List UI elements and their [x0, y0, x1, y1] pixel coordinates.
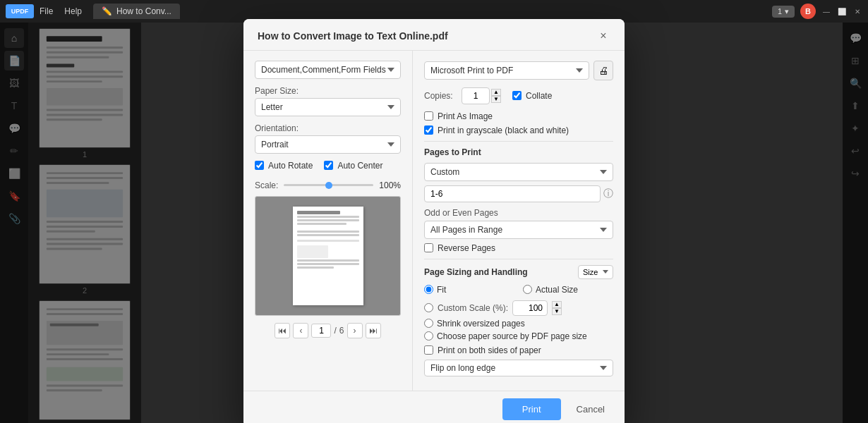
auto-rotate-checkbox[interactable] — [255, 161, 264, 170]
fit-option: Fit — [424, 285, 514, 295]
scale-up-button[interactable]: ▲ — [552, 301, 562, 308]
printer-row: Microsoft Print to PDF 🖨 — [424, 61, 613, 80]
user-avatar[interactable]: B — [800, 4, 816, 19]
print-grayscale-checkbox[interactable] — [424, 125, 433, 135]
modal-right-panel: Microsoft Print to PDF 🖨 Copies: ▲ ▼ — [413, 51, 625, 391]
choose-paper-option: Choose paper source by PDF page size — [424, 331, 613, 341]
auto-center-label: Auto Center — [337, 161, 382, 171]
printer-settings-button[interactable]: 🖨 — [593, 61, 613, 80]
document-type-row: Document,Comment,Form Fields — [255, 61, 401, 79]
page-sizing-title: Page Sizing and Handling — [424, 267, 528, 277]
shrink-oversized-radio[interactable] — [424, 319, 433, 328]
flip-edge-select[interactable]: Flip on long edge — [424, 360, 613, 376]
orientation-select[interactable]: Portrait — [255, 135, 401, 154]
print-both-sides-checkbox[interactable] — [424, 345, 433, 355]
divider-1 — [424, 141, 613, 142]
print-button[interactable]: Print — [502, 398, 561, 420]
paper-size-select[interactable]: Letter — [255, 98, 401, 116]
copies-label: Copies: — [424, 91, 456, 101]
tab-label: How to Conv... — [116, 6, 171, 16]
menu-help[interactable]: Help — [64, 6, 82, 16]
page-number-input[interactable] — [311, 324, 331, 338]
page-prev-button[interactable]: ‹ — [293, 323, 308, 338]
preview-line-7 — [297, 263, 359, 265]
custom-scale-label: Custom Scale (%): — [438, 303, 508, 313]
orientation-label: Orientation: — [255, 123, 401, 133]
preview-spacer — [297, 226, 359, 229]
orientation-row: Orientation: Portrait — [255, 123, 401, 154]
preview-line-2 — [297, 219, 359, 221]
page-sizing-mode-select[interactable]: Size — [578, 265, 613, 279]
page-last-button[interactable]: ⏭ — [366, 323, 381, 338]
minimize-button[interactable]: — — [821, 6, 831, 16]
print-both-sides-row: Print on both sides of paper — [424, 345, 613, 355]
copies-input[interactable] — [462, 87, 490, 104]
print-grayscale-row: Print in grayscale (black and white) — [424, 125, 613, 135]
reverse-pages-label: Reverse Pages — [438, 243, 495, 253]
choose-paper-label: Choose paper source by PDF page size — [437, 331, 587, 341]
modal-close-button[interactable]: × — [596, 29, 610, 43]
auto-options-row: Auto Rotate Auto Center — [255, 161, 401, 175]
pages-range-type-select[interactable]: Custom — [424, 163, 613, 181]
menu-file[interactable]: File — [40, 6, 53, 16]
odd-even-label: Odd or Even Pages — [424, 208, 613, 218]
pages-to-print-title: Pages to Print — [424, 147, 613, 157]
main-area: ⌂ 📄 🖼 T 💬 ✏ ⬜ 🔖 📎 — [0, 23, 868, 423]
preview-line-1 — [297, 216, 359, 218]
copies-down-button[interactable]: ▼ — [491, 96, 501, 103]
copies-row: Copies: ▲ ▼ Collate — [424, 87, 613, 104]
paper-size-label: Paper Size: — [255, 86, 401, 96]
shrink-oversized-option: Shrink oversized pages — [424, 319, 613, 329]
fit-radio[interactable] — [424, 285, 433, 294]
scale-value: 100% — [379, 180, 401, 190]
page-number-badge: 1 ▾ — [772, 6, 795, 18]
auto-center-checkbox[interactable] — [324, 161, 333, 170]
cancel-button[interactable]: Cancel — [568, 398, 613, 420]
modal-left-panel: Document,Comment,Form Fields Paper Size:… — [243, 51, 413, 391]
modal-footer: Print Cancel — [243, 391, 625, 424]
range-info-icon[interactable]: ⓘ — [603, 188, 613, 200]
preview-title-line — [297, 211, 341, 214]
copies-spinner: ▲ ▼ — [491, 89, 501, 103]
custom-scale-input[interactable] — [512, 300, 548, 316]
printer-select[interactable]: Microsoft Print to PDF — [424, 61, 589, 80]
collate-row: Collate — [512, 91, 552, 101]
custom-scale-spinner: ▲ ▼ — [552, 301, 562, 315]
preview-line-8 — [297, 266, 334, 269]
sizing-radio-grid: Fit Actual Size — [424, 285, 613, 295]
pages-range-input[interactable] — [424, 185, 601, 202]
shrink-oversized-label: Shrink oversized pages — [437, 319, 525, 329]
scale-track[interactable] — [284, 184, 373, 186]
page-sizing-header: Page Sizing and Handling Size — [424, 265, 613, 279]
print-dialog: How to Convert Image to Text Online.pdf … — [243, 19, 625, 424]
page-total: 6 — [339, 326, 344, 336]
custom-scale-radio[interactable] — [424, 303, 433, 312]
paper-size-row: Paper Size: Letter — [255, 86, 401, 116]
reverse-pages-checkbox[interactable] — [424, 243, 433, 252]
actual-size-label: Actual Size — [536, 285, 578, 295]
menu-bar: File Help — [40, 6, 82, 16]
choose-paper-radio[interactable] — [424, 331, 433, 341]
auto-rotate-label: Auto Rotate — [268, 161, 313, 171]
page-next-button[interactable]: › — [347, 323, 363, 338]
app-logo: UPDF — [6, 4, 34, 18]
maximize-button[interactable]: ⬜ — [837, 6, 847, 16]
odd-even-select[interactable]: All Pages in Range — [424, 221, 613, 239]
close-button[interactable]: ✕ — [852, 6, 862, 16]
preview-line-5 — [297, 234, 359, 236]
collate-checkbox[interactable] — [512, 91, 522, 100]
print-as-image-checkbox[interactable] — [424, 111, 433, 121]
page-first-button[interactable]: ⏮ — [275, 323, 290, 338]
document-type-select[interactable]: Document,Comment,Form Fields — [255, 61, 401, 79]
auto-rotate-row: Auto Rotate — [255, 161, 313, 171]
scale-down-button[interactable]: ▼ — [552, 308, 562, 315]
collate-label: Collate — [526, 91, 552, 101]
actual-size-radio[interactable] — [523, 285, 532, 294]
window-controls: 1 ▾ B — ⬜ ✕ — [772, 4, 862, 19]
preview-image-block — [297, 240, 359, 242]
modal-header: How to Convert Image to Text Online.pdf … — [243, 19, 625, 51]
document-tab[interactable]: ✏️ How to Conv... — [93, 4, 180, 19]
preview-screenshot-block — [297, 245, 328, 258]
copies-up-button[interactable]: ▲ — [491, 89, 501, 96]
actual-size-option: Actual Size — [523, 285, 613, 295]
